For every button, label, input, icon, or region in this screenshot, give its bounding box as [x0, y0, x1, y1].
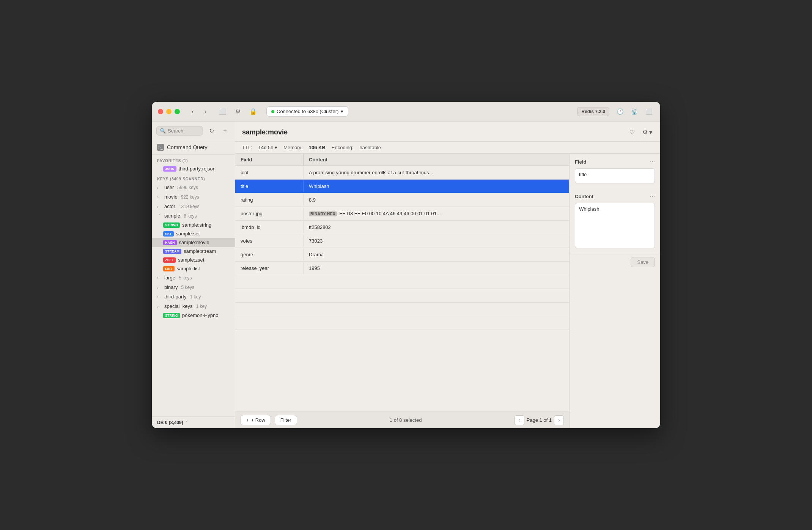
command-query-row[interactable]: >_ Command Query — [152, 140, 235, 155]
settings-icon[interactable]: ⚙ — [232, 106, 244, 117]
save-button[interactable]: Save — [631, 257, 655, 267]
sidebar-item-sample-zset[interactable]: ZSET sample:zset — [152, 256, 235, 264]
table-area: Field Content plot A promising young dru… — [235, 154, 569, 428]
refresh-button[interactable]: ↻ — [206, 125, 217, 136]
key-meta: TTL: 14d 5h ▾ Memory: 106 KB Encoding: h… — [235, 142, 660, 154]
stream-badge: STREAM — [163, 249, 181, 254]
table-row[interactable]: genre Drama — [235, 248, 569, 262]
binary-hex-label: BINARY HEX — [309, 211, 337, 216]
sidebar-item-label: user — [164, 185, 174, 190]
field-section-header: Field ··· — [575, 158, 655, 165]
keys-section-label: KEYS (8409 SCANNED) — [152, 173, 235, 183]
empty-row — [235, 289, 569, 303]
forward-button[interactable]: › — [200, 106, 211, 117]
table-row[interactable]: title Whiplash — [235, 180, 569, 193]
ttl-label: TTL: — [242, 145, 252, 150]
memory-value: 106 KB — [309, 145, 326, 150]
content-section-header: Content ··· — [575, 193, 655, 200]
app-window: ‹ › ⬜ ⚙ 🔒 Connected to 6380 (Cluster) ▾ … — [152, 102, 660, 428]
field-cell: poster-jpg — [235, 208, 304, 219]
next-page-button[interactable]: › — [554, 415, 564, 425]
col-content-header: Content — [304, 154, 569, 166]
sidebar-scroll: FAVORITES (1) JSON third-party:rejson KE… — [152, 155, 235, 416]
content-area: Field Content plot A promising young dru… — [235, 154, 660, 428]
table-row[interactable]: rating 8.9 — [235, 193, 569, 207]
field-cell: votes — [235, 235, 304, 247]
content-cell: Whiplash — [304, 180, 569, 192]
minimize-button[interactable] — [166, 109, 172, 114]
key-header: sample:movie ♡ ⚙ ▾ — [235, 121, 660, 142]
user-count: 5996 keys — [177, 185, 198, 190]
prev-page-button[interactable]: ‹ — [515, 415, 524, 425]
titlebar-nav: ‹ › — [187, 106, 211, 117]
sidebar-item-special-keys[interactable]: › special_keys 1 key — [152, 301, 235, 311]
sidebar-item-binary[interactable]: › binary 5 keys — [152, 282, 235, 292]
maximize-button[interactable] — [175, 109, 180, 114]
footer-pagination: ‹ Page 1 of 1 › — [515, 415, 564, 425]
empty-row — [235, 303, 569, 316]
sidebar-item-user[interactable]: › user 5996 keys — [152, 183, 235, 192]
zset-badge: ZSET — [163, 257, 176, 263]
content-menu-icon[interactable]: ··· — [650, 193, 655, 200]
broadcast-icon[interactable]: 📡 — [629, 106, 640, 117]
add-row-button[interactable]: + + Row — [241, 415, 271, 425]
sidebar-item-sample-movie[interactable]: HASH sample:movie — [152, 238, 235, 247]
panel-icon[interactable]: ⬜ — [644, 106, 654, 117]
table-row[interactable]: release_year 1995 — [235, 262, 569, 275]
lock-icon[interactable]: 🔒 — [247, 106, 259, 117]
sidebar-item-sample-set[interactable]: SET sample:set — [152, 229, 235, 238]
sidebar-item-label: third-party — [164, 294, 187, 300]
filter-button[interactable]: Filter — [275, 415, 297, 425]
table-row[interactable]: votes 73023 — [235, 234, 569, 248]
titlebar-right-icons: 🕐 📡 ⬜ — [615, 106, 654, 117]
field-section: Field ··· title — [570, 154, 660, 188]
back-button[interactable]: ‹ — [187, 106, 198, 117]
titlebar: ‹ › ⬜ ⚙ 🔒 Connected to 6380 (Cluster) ▾ … — [152, 102, 660, 121]
redis-version-badge: Redis 7.2.0 — [577, 107, 609, 116]
page-info: Page 1 of 1 — [527, 417, 552, 423]
add-key-button[interactable]: ＋ — [220, 125, 230, 136]
sidebar-item-rejson[interactable]: JSON third-party:rejson — [152, 164, 235, 173]
sidebar-bottom: DB 0 (8,409) ⌃ — [152, 416, 235, 428]
sidebar-item-pokemon[interactable]: STRING pokemon-Hypno — [152, 311, 235, 320]
sidebar-item-label: movie — [164, 194, 178, 200]
content-section-label: Content — [575, 194, 593, 199]
table-row[interactable]: poster-jpg BINARY HEXFF D8 FF E0 00 10 4… — [235, 207, 569, 221]
sidebar-item-sample-list[interactable]: LIST sample:list — [152, 264, 235, 273]
ttl-value[interactable]: 14d 5h ▾ — [258, 145, 277, 150]
sidebar-item-label: special_keys — [164, 303, 192, 309]
search-input-wrapper[interactable]: 🔍 — [156, 126, 203, 136]
table-header: Field Content — [235, 154, 569, 166]
chevron-right-icon: › — [157, 285, 162, 290]
sidebar-item-actor[interactable]: › actor 1319 keys — [152, 202, 235, 211]
search-icon: 🔍 — [160, 128, 166, 134]
field-cell: genre — [235, 249, 304, 260]
chevron-right-icon: › — [157, 185, 162, 190]
key-settings-button[interactable]: ⚙ ▾ — [641, 126, 653, 138]
close-button[interactable] — [158, 109, 163, 114]
content-value-box: Whiplash — [575, 203, 655, 248]
table-row[interactable]: ibmdb_id tt2582802 — [235, 221, 569, 234]
field-cell: ibmdb_id — [235, 221, 304, 233]
connection-pill[interactable]: Connected to 6380 (Cluster) ▾ — [266, 106, 348, 117]
sidebar-item-large[interactable]: › large 5 keys — [152, 273, 235, 282]
right-panel: Field ··· title Content ··· Whiplash — [569, 154, 660, 428]
actor-count: 1319 keys — [179, 204, 200, 209]
favorite-button[interactable]: ♡ — [626, 126, 638, 138]
sidebar-item-third-party[interactable]: › third-party 1 key — [152, 292, 235, 301]
sidebar-item-movie[interactable]: › movie 922 keys — [152, 192, 235, 202]
history-icon[interactable]: 🕐 — [615, 106, 625, 117]
sidebar-item-sample-string[interactable]: STRING sample:string — [152, 221, 235, 229]
chevron-right-icon: › — [157, 295, 162, 299]
sidebar-item-label: sample:zset — [178, 257, 204, 263]
key-name: sample:movie — [242, 128, 288, 136]
search-input[interactable] — [168, 128, 200, 134]
sidebar-item-label: sample:set — [176, 231, 200, 237]
sidebar-item-sample[interactable]: › sample 6 keys — [152, 211, 235, 221]
field-menu-icon[interactable]: ··· — [650, 158, 655, 165]
table-body: plot A promising young drummer enrolls a… — [235, 166, 569, 412]
table-row[interactable]: plot A promising young drummer enrolls a… — [235, 166, 569, 180]
connection-chevron-icon: ▾ — [341, 109, 343, 114]
sidebar-toggle-icon[interactable]: ⬜ — [217, 106, 228, 117]
sidebar-item-sample-stream[interactable]: STREAM sample:stream — [152, 247, 235, 256]
